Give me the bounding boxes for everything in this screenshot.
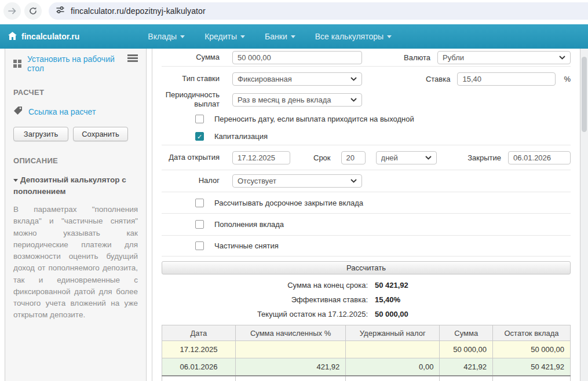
tax-select[interactable]: Отсуствует	[232, 174, 362, 188]
row-sum-currency: Сумма Валюта Рубли	[162, 49, 571, 67]
row-ratetype-rate: Тип ставки Фиксированная Ставка %	[162, 67, 571, 89]
result-value: 15,40%	[375, 295, 400, 304]
cell-total-label: Всего выплат:	[162, 376, 236, 381]
cell-total-accrued: 421,92	[235, 376, 345, 381]
result-value: 50 000,00	[375, 310, 408, 318]
description-text: В параметрах "пополнения вклада" и "част…	[13, 204, 138, 321]
cell-total-tax: 0,00	[346, 376, 440, 381]
row-topup: Пополнения вклада	[162, 214, 571, 236]
row-capitalization: Капитализация	[162, 127, 571, 145]
calculate-row: Рассчитать	[162, 257, 571, 274]
nav-item-vklady[interactable]: Вклады	[148, 32, 185, 41]
result-value: 50 421,92	[375, 281, 408, 290]
close-date-label: Закрытие	[468, 153, 508, 162]
currency-label: Валюта	[398, 53, 437, 62]
scrollbar-thumb[interactable]	[582, 57, 587, 132]
chevron-down-icon	[559, 56, 565, 60]
term-unit-value: дней	[381, 153, 422, 162]
reload-button[interactable]	[24, 2, 42, 20]
result-label: Текущий остаток на 17.12.2025:	[162, 310, 368, 318]
site-navbar: fincalculator.ru Вклады Кредиты Банки Вс…	[0, 24, 588, 49]
row-dates: Дата открытия Срок дней Закрытие	[162, 145, 571, 170]
collapse-caret-icon	[13, 179, 18, 182]
currency-select[interactable]: Рубли	[437, 51, 571, 64]
page-scrollbar[interactable]	[580, 49, 588, 381]
cell-sum: 421,92	[440, 358, 493, 376]
row-early-close: Рассчитывать досрочное закрытие вклада	[162, 192, 571, 214]
tax-label: Налог	[162, 176, 220, 185]
browser-toolbar: fincalculator.ru/depozitnyj-kalkulyator	[0, 0, 588, 22]
currency-value: Рубли	[443, 53, 556, 62]
result-label: Сумма на конец срока:	[162, 281, 368, 290]
save-button[interactable]: Сохранить	[73, 127, 128, 141]
install-desktop-link[interactable]: Установить на рабочий стол	[27, 54, 122, 73]
nav-item-label: Банки	[265, 32, 287, 41]
row-periodicity: Периодичность выплат Раз в месяц в день …	[162, 89, 571, 111]
chevron-down-icon	[291, 35, 295, 38]
chevron-down-icon	[387, 35, 392, 38]
brand-text: fincalculator.ru	[21, 32, 79, 41]
open-date-input[interactable]	[232, 151, 290, 164]
description-title[interactable]: Депозитный калькулятор с пополнением	[13, 174, 138, 197]
brand-home-link[interactable]: fincalculator.ru	[8, 32, 79, 42]
address-bar[interactable]: fincalculator.ru/depozitnyj-kalkulyator	[49, 2, 588, 20]
reload-icon	[28, 6, 38, 16]
early-close-label: Рассчитывать досрочное закрытие вклада	[214, 199, 363, 207]
row-withdrawal: Частичные снятия	[162, 236, 571, 257]
tax-value: Отсуствует	[238, 177, 347, 185]
term-input[interactable]	[341, 151, 366, 164]
close-date-input[interactable]	[508, 151, 571, 164]
sum-label: Сумма	[162, 53, 220, 62]
chevron-down-icon	[425, 156, 432, 160]
early-close-checkbox[interactable]	[195, 199, 204, 207]
rate-type-select[interactable]: Фиксированная	[232, 72, 362, 86]
calculator-panel: Сумма Валюта Рубли Тип ставки Фиксирован…	[152, 49, 580, 381]
rate-unit: %	[564, 75, 571, 83]
topup-checkbox[interactable]	[195, 220, 204, 229]
site-settings-icon[interactable]	[56, 5, 65, 17]
nav-item-label: Все калькуляторы	[315, 32, 384, 41]
result-row-effective-rate: Эффективная ставка: 15,40%	[162, 292, 571, 307]
open-date-label: Дата открытия	[162, 153, 220, 162]
cell-total-sum: 421,92	[440, 376, 493, 381]
periodicity-label: Периодичность выплат	[162, 90, 220, 109]
result-row-end-sum: Сумма на конец срока: 50 421,92	[162, 278, 571, 292]
header-rest: Остаток вклада	[493, 325, 571, 341]
screen: fincalculator.ru/depozitnyj-kalkulyator …	[0, 0, 588, 381]
move-date-label: Переносить дату, если выплата приходится…	[214, 115, 414, 123]
nav-item-vse-kalkulyatory[interactable]: Все калькуляторы	[315, 32, 392, 41]
periodicity-value: Раз в месяц в день вклада	[238, 96, 347, 104]
result-row-current-balance: Текущий остаток на 17.12.2025: 50 000,00	[162, 307, 571, 321]
nav-item-kredity[interactable]: Кредиты	[204, 32, 245, 41]
rate-type-label: Тип ставки	[162, 74, 220, 83]
sidebar-collapse-icon[interactable]	[127, 54, 138, 62]
result-label: Эффективная ставка:	[162, 295, 368, 304]
term-unit-select[interactable]: дней	[376, 151, 437, 164]
chevron-down-icon	[350, 98, 357, 102]
rate-input[interactable]	[457, 72, 556, 86]
capitalization-checkbox[interactable]	[195, 132, 204, 141]
row-tax: Налог Отсуствует	[162, 170, 571, 192]
description-title-text: Депозитный калькулятор с пополнением	[13, 175, 126, 196]
cell-date: 17.12.2025	[162, 341, 236, 358]
topup-label: Пополнения вклада	[214, 220, 284, 229]
periodicity-select[interactable]: Раз в месяц в день вклада	[232, 93, 362, 107]
load-button[interactable]: Загрузить	[13, 127, 68, 141]
nav-item-banki[interactable]: Банки	[265, 32, 295, 41]
move-date-checkbox[interactable]	[195, 115, 204, 123]
calc-link[interactable]: Ссылка на расчет	[28, 107, 96, 116]
table-header-row: Дата Сумма начисленных % Удержанный нало…	[162, 325, 571, 341]
withdrawal-checkbox[interactable]	[195, 241, 204, 250]
row-move-date: Переносить дату, если выплата приходится…	[162, 111, 571, 127]
calculate-button[interactable]: Рассчитать	[162, 261, 571, 274]
chevron-down-icon	[240, 35, 245, 38]
forward-button[interactable]	[3, 2, 21, 20]
calc-section-heading: РАСЧЕТ	[13, 88, 138, 97]
page-body: Установить на рабочий стол РАСЧЕТ Ссылка…	[0, 49, 588, 381]
sum-input[interactable]	[232, 51, 362, 64]
home-icon	[8, 32, 17, 42]
capitalization-label: Капитализация	[214, 132, 268, 141]
header-sum: Сумма	[440, 325, 493, 341]
header-date: Дата	[162, 325, 236, 341]
url-text[interactable]: fincalculator.ru/depozitnyj-kalkulyator	[71, 6, 206, 16]
